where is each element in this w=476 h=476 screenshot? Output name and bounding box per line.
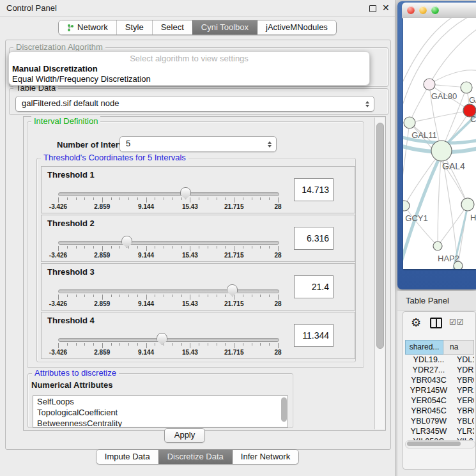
threshold-panel: Threshold 2 -3.4262.8599.14415.4321.7152… (41, 215, 355, 262)
cell-shared-name: YBL079W (405, 416, 452, 426)
attribute-item-betweennesscentrality[interactable]: BetweennessCentrality (33, 418, 288, 427)
scale-label: 28 (274, 203, 281, 210)
slider-ticks (58, 246, 278, 252)
scale-label: 9.144 (138, 300, 154, 307)
table-row[interactable]: YPR145WYPR1 (405, 385, 474, 395)
threshold-value-field[interactable]: 11.344 (294, 324, 334, 347)
thresholds-group-title: Threshold's Coordinates for 5 Intervals (41, 153, 188, 162)
threshold-value-field[interactable]: 6.316 (294, 227, 334, 250)
cell-shared-name: YBR045C (405, 406, 452, 416)
network-edge[interactable] (403, 18, 467, 88)
scale-label: 28 (274, 252, 281, 259)
threshold-slider-track[interactable] (58, 192, 279, 196)
network-edge[interactable] (429, 29, 476, 84)
close-traffic-light[interactable] (407, 6, 415, 14)
network-edge[interactable] (403, 123, 410, 197)
scale-label: 2.859 (94, 252, 110, 259)
table-data-combobox[interactable]: galFiltered.sif default node (15, 96, 374, 112)
list-scrollbar-thumb[interactable] (281, 397, 287, 422)
numerical-attributes-list[interactable]: SelfLoopsTopologicalCoefficientBetweenne… (33, 395, 288, 427)
cell-name: YDR2 (452, 365, 474, 375)
tab-label: Infer Network (241, 450, 290, 464)
network-window-titlebar (402, 3, 476, 19)
node-label: GAL11 (411, 130, 437, 140)
network-edge[interactable] (410, 84, 429, 123)
close-icon[interactable]: ✕ (382, 3, 390, 13)
horizontal-scrollbar-thumb[interactable] (407, 441, 461, 446)
node-label: GAL80 (431, 91, 457, 101)
table-row[interactable]: YER054CYER0 (405, 395, 474, 406)
network-node-ga[interactable] (461, 82, 472, 93)
threshold-slider-track[interactable] (58, 289, 279, 293)
attribute-item-topologicalcoefficient[interactable]: TopologicalCoefficient (33, 407, 288, 418)
tab-infer-network[interactable]: Infer Network (232, 450, 298, 464)
network-node-gal11[interactable] (404, 117, 415, 128)
tab-label: Impute Data (105, 450, 150, 464)
scale-label: 21.715 (224, 349, 244, 356)
vertical-scrollbar[interactable] (374, 118, 385, 429)
split-columns-icon[interactable] (430, 318, 442, 328)
network-node-gal80[interactable] (424, 79, 435, 90)
scale-label: -3.426 (49, 300, 67, 307)
network-tab-icon (67, 24, 74, 32)
tab-impute-data[interactable]: Impute Data (96, 450, 158, 464)
scale-label: 15.43 (182, 203, 198, 210)
network-edge[interactable] (438, 151, 441, 246)
scale-label: 15.43 (182, 349, 198, 356)
tab-jactivemnodules[interactable]: jActiveMNodules (257, 20, 336, 35)
cell-shared-name: YPR145W (405, 385, 452, 395)
algorithm-option-manual-discretization[interactable]: Manual Discretization (12, 64, 98, 73)
table-row[interactable]: YBR045CYBR0 (405, 406, 474, 416)
float-window-icon[interactable] (369, 5, 376, 12)
column-header-shared-name[interactable]: shared... (405, 340, 443, 355)
network-node[interactable] (454, 261, 463, 269)
algorithm-option-equal-width-frequency-discretization[interactable]: Equal Width/Frequency Discretization (12, 74, 151, 84)
table-row[interactable]: YDL19...YDL1 (405, 355, 474, 365)
network-node-h[interactable] (461, 198, 474, 211)
column-header-name[interactable]: na (443, 340, 474, 355)
table-row[interactable]: YLR345WYLR3 (405, 426, 474, 436)
threshold-slider-track[interactable] (58, 338, 279, 342)
tab-discretize-data[interactable]: Discretize Data (158, 450, 232, 464)
cell-name: YBR0 (452, 406, 474, 416)
table-row[interactable]: YBL079WYBL0 (405, 416, 474, 426)
algorithm-placeholder: Select algorithm to view settings (9, 54, 369, 63)
cell-shared-name: YDR27... (405, 365, 452, 375)
threshold-value-field[interactable]: 14.713 (294, 178, 334, 201)
slider-scale-labels: -3.4262.8599.14415.4321.71528 (58, 300, 278, 308)
table-row[interactable]: YDR27...YDR2 (405, 365, 474, 375)
horizontal-scrollbar[interactable] (405, 440, 475, 449)
threshold-slider-track[interactable] (58, 241, 279, 245)
tab-select[interactable]: Select (152, 20, 192, 35)
scale-label: 9.144 (138, 349, 154, 356)
tab-network[interactable]: Network (59, 20, 116, 35)
tab-cyni-toolbox[interactable]: Cyni Toolbox (192, 20, 257, 35)
cell-shared-name: YDL19... (405, 355, 452, 365)
threshold-value-field[interactable]: 21.4 (294, 275, 334, 298)
tab-style[interactable]: Style (116, 20, 152, 35)
discretization-algorithm-title: Discretization Algorithm (13, 42, 105, 52)
network-node-gal4[interactable] (431, 141, 452, 161)
network-edge[interactable] (410, 111, 470, 123)
gear-icon[interactable]: ⚙ (411, 316, 421, 330)
scale-label: 2.859 (94, 349, 110, 356)
scale-label: 2.859 (94, 300, 110, 307)
minimize-traffic-light[interactable] (419, 6, 427, 14)
network-node-hap2[interactable] (433, 242, 442, 250)
tab-label: jActiveMNodules (266, 20, 328, 35)
threshold-panel: Threshold 1 -3.4262.8599.14415.4321.7152… (41, 166, 355, 213)
network-edge-highlighted[interactable] (403, 153, 441, 268)
apply-button[interactable]: Apply (164, 428, 205, 443)
slider-ticks (58, 343, 278, 349)
network-node-gcy1[interactable] (403, 201, 410, 211)
attribute-item-selfloops[interactable]: SelfLoops (33, 396, 288, 407)
threshold-label: Threshold 4 (47, 316, 95, 325)
cell-shared-name: YLR345W (405, 426, 452, 436)
cell-shared-name: YBR043C (405, 375, 452, 385)
number-of-intervals-combobox[interactable]: 5 (119, 136, 277, 152)
checkboxes-icon[interactable]: ☑☑ (449, 318, 464, 326)
table-row[interactable]: YBR043CYBR0 (405, 375, 474, 385)
network-canvas[interactable]: GAL80GACGAL11GAL4GCY1HHAP2 (403, 18, 476, 269)
zoom-traffic-light[interactable] (431, 6, 439, 14)
vertical-scrollbar-thumb[interactable] (376, 123, 384, 349)
